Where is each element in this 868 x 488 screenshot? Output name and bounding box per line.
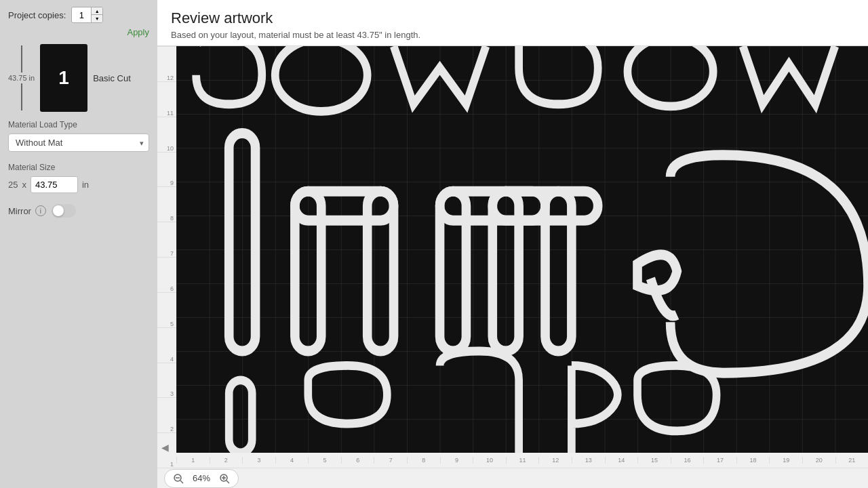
cut-type-label: Basic Cut (93, 73, 149, 83)
x-tick-15: 15 (637, 457, 671, 464)
material-swatch: 1 (40, 44, 87, 112)
x-tick-20: 20 (802, 457, 835, 464)
zoom-out-button[interactable] (172, 472, 185, 485)
material-load-type-select[interactable]: Without Mat With Mat (8, 134, 149, 152)
zoom-controls: 64% (164, 469, 239, 488)
x-tick-10: 10 (473, 457, 506, 464)
x-tick-6: 6 (341, 457, 374, 464)
x-tick-4: 4 (275, 457, 309, 464)
canvas-area: 1 2 3 4 5 6 7 8 9 10 11 12 (157, 46, 868, 488)
x-tick-1: 1 (176, 457, 210, 464)
x-tick-17: 17 (703, 457, 736, 464)
material-size-section-label: Material Size (8, 163, 149, 172)
artwork-svg (176, 46, 868, 453)
x-tick-7: 7 (374, 457, 407, 464)
size-input-row: 25 x in (8, 176, 149, 193)
material-width-display: 25 (8, 180, 18, 190)
y-tick-10: 10 (157, 117, 176, 152)
size-unit-label: in (82, 180, 89, 190)
y-tick-3: 3 (157, 363, 176, 398)
ruler-line-bottom (21, 83, 22, 110)
zoom-level-display: 64% (189, 473, 214, 483)
x-tick-16: 16 (671, 457, 704, 464)
x-tick-12: 12 (538, 457, 572, 464)
project-copies-label: Project copies: (8, 10, 66, 20)
page-title: Review artwork (171, 9, 854, 27)
spinner-up-button[interactable]: ▲ (92, 7, 102, 15)
zoom-out-icon (173, 473, 184, 484)
y-tick-6: 6 (157, 257, 176, 292)
x-tick-9: 9 (440, 457, 473, 464)
x-tick-14: 14 (605, 457, 638, 464)
toggle-knob (53, 205, 64, 216)
x-tick-11: 11 (506, 457, 539, 464)
review-header: Review artwork Based on your layout, mat… (157, 0, 868, 46)
scroll-left-arrow[interactable]: ◀ (161, 442, 169, 453)
y-tick-4: 4 (157, 327, 176, 363)
sidebar: Project copies: ▲ ▼ Apply 43.75 in 1 B (0, 0, 157, 488)
apply-btn-row: Apply (8, 27, 149, 37)
y-tick-5: 5 (157, 292, 176, 327)
y-tick-9: 9 (157, 152, 176, 187)
apply-button[interactable]: Apply (127, 27, 149, 37)
material-size-section: Material Size 25 x in (8, 163, 149, 193)
x-tick-3: 3 (242, 457, 275, 464)
material-length-input[interactable] (31, 176, 78, 193)
svg-line-15 (180, 481, 183, 483)
material-size-label: 43.75 in (8, 74, 35, 82)
zoom-bar: 64% (157, 468, 868, 488)
project-copies-row: Project copies: ▲ ▼ (8, 7, 149, 23)
size-x-separator: x (22, 180, 26, 190)
material-ruler: 43.75 in (8, 45, 35, 110)
x-tick-19: 19 (769, 457, 802, 464)
main-content: Review artwork Based on your layout, mat… (157, 0, 868, 488)
y-tick-7: 7 (157, 222, 176, 257)
material-load-type-section-label: Material Load Type (8, 120, 149, 129)
svg-line-18 (226, 481, 229, 483)
mirror-label: Mirror (8, 206, 31, 216)
x-ruler: 1 2 3 4 5 6 7 8 9 10 11 12 13 14 15 16 1… (176, 453, 868, 468)
x-tick-18: 18 (736, 457, 770, 464)
main-layout: Project copies: ▲ ▼ Apply 43.75 in 1 B (0, 0, 868, 488)
y-tick-2: 2 (157, 397, 176, 432)
copies-input[interactable] (72, 10, 91, 20)
material-load-type-dropdown[interactable]: Without Mat With Mat ▾ (8, 134, 149, 152)
mirror-section: Mirror i (8, 204, 149, 218)
zoom-in-button[interactable] (218, 472, 231, 485)
x-tick-2: 2 (210, 457, 243, 464)
x-tick-8: 8 (407, 457, 440, 464)
y-tick-8: 8 (157, 186, 176, 222)
mirror-toggle[interactable] (52, 204, 76, 218)
copies-spinner[interactable]: ▲ ▼ (71, 7, 103, 23)
zoom-in-icon (219, 473, 230, 484)
material-number: 1 (58, 67, 69, 89)
review-subtitle: Based on your layout, material must be a… (171, 30, 854, 40)
mirror-info-icon[interactable]: i (35, 205, 46, 216)
y-ruler: 1 2 3 4 5 6 7 8 9 10 11 12 (157, 46, 176, 468)
y-tick-11: 11 (157, 81, 176, 117)
material-preview-row: 43.75 in 1 Basic Cut (8, 44, 149, 112)
spinner-buttons: ▲ ▼ (91, 7, 102, 22)
artwork-canvas (176, 46, 868, 453)
x-tick-21: 21 (835, 457, 868, 464)
spinner-down-button[interactable]: ▼ (92, 15, 102, 22)
x-tick-13: 13 (572, 457, 605, 464)
ruler-line-top (21, 45, 22, 73)
x-tick-5: 5 (308, 457, 341, 464)
y-tick-12: 12 (157, 46, 176, 81)
